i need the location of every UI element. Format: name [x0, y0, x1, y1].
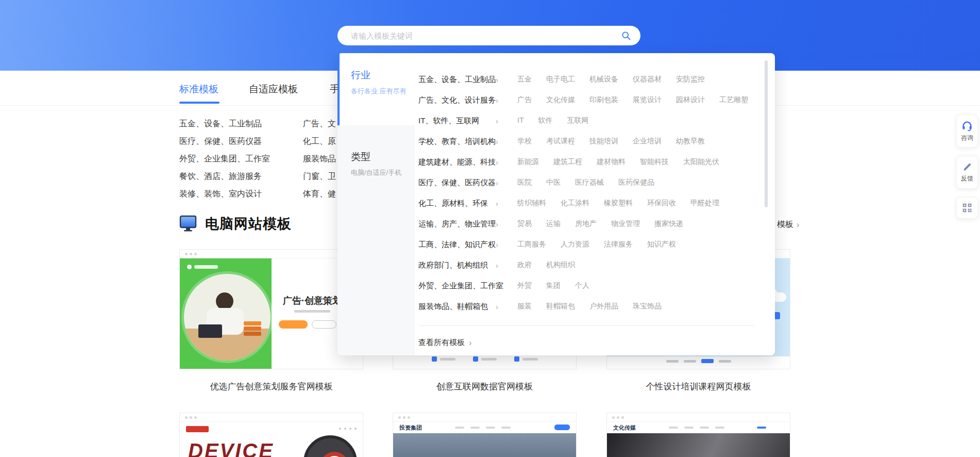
category-link[interactable]: 五金、设备、工业制品: [179, 115, 303, 133]
menu-tag[interactable]: 服装: [517, 302, 532, 311]
menu-tag[interactable]: 新能源: [517, 157, 539, 167]
template-card-investment-group[interactable]: 投资集团: [393, 413, 577, 457]
menu-tag[interactable]: 幼教早教: [676, 137, 705, 146]
menu-tag[interactable]: 集团: [546, 281, 561, 290]
search-input[interactable]: [337, 26, 640, 45]
tab-adaptive-templates[interactable]: 自适应模板: [249, 83, 298, 96]
menu-tag[interactable]: 五金: [517, 75, 532, 84]
menu-tag[interactable]: 物业管理: [611, 219, 640, 228]
menu-tag[interactable]: 机构组织: [546, 260, 575, 270]
qrcode-button[interactable]: [956, 197, 978, 219]
menu-tag[interactable]: 环保回收: [647, 199, 676, 208]
menu-row-label[interactable]: 服装饰品、鞋帽箱包: [418, 302, 496, 312]
menu-tag[interactable]: 广告: [517, 95, 532, 105]
menu-tag[interactable]: 学校: [517, 137, 532, 146]
tab-standard-templates[interactable]: 标准模板: [179, 83, 218, 96]
category-column-1: 五金、设备、工业制品医疗、保健、医药仪器外贸、企业集团、工作室餐饮、酒店、旅游服…: [179, 115, 303, 203]
template-caption[interactable]: 个性设计培训课程网页模板: [606, 381, 790, 393]
menu-tag[interactable]: 工艺雕塑: [719, 95, 748, 105]
template-card-ad-agency[interactable]: 广告·创意策划: [179, 249, 363, 369]
sidebar-item-industry[interactable]: 行业 各行各业 应有尽有: [351, 69, 407, 96]
menu-row-tags: 学校考试课程技能培训企业培训幼教早教: [517, 137, 705, 146]
menu-tag[interactable]: 橡胶塑料: [604, 199, 633, 208]
sidebar-item-type[interactable]: 类型 电脑/自适应/手机: [351, 150, 401, 177]
menu-row-label[interactable]: 学校、教育、培训机构: [418, 137, 496, 146]
menu-tag[interactable]: 贸易: [517, 219, 532, 228]
menu-tag[interactable]: 化工涂料: [561, 199, 589, 208]
menu-tag[interactable]: 医药保健品: [618, 178, 654, 187]
menu-tag[interactable]: 考试课程: [546, 137, 575, 146]
menu-tag[interactable]: 珠宝饰品: [633, 302, 662, 311]
feedback-button[interactable]: 反馈: [956, 156, 978, 189]
menu-tag[interactable]: 建材物料: [597, 157, 626, 167]
menu-row-label[interactable]: 工商、法律、知识产权: [418, 240, 496, 250]
menu-tag[interactable]: 互联网: [567, 116, 588, 125]
menu-row-label[interactable]: 广告、文化、设计服务: [418, 95, 496, 105]
menu-tag[interactable]: 户外用品: [589, 302, 618, 311]
preview-person-head-shape: [216, 292, 233, 310]
menu-tag[interactable]: 医疗器械: [575, 178, 604, 187]
menu-tag[interactable]: 搬家快递: [654, 219, 683, 228]
menu-tag[interactable]: 电子电工: [546, 75, 575, 84]
menu-tag[interactable]: 建筑工程: [553, 157, 582, 167]
view-all-templates-link[interactable]: 查看所有模板 ›: [418, 338, 471, 348]
menu-tag[interactable]: 技能培训: [589, 137, 618, 146]
menu-row-label[interactable]: 化工、原材料、环保: [418, 199, 496, 208]
menu-tag[interactable]: 仪器器材: [633, 75, 662, 84]
mega-menu-scrollbar[interactable]: [765, 60, 768, 207]
menu-row-label[interactable]: 建筑建材、能源、科技: [418, 157, 496, 167]
menu-tag[interactable]: 法律服务: [604, 240, 633, 249]
template-caption[interactable]: 创意互联网数据官网模板: [393, 381, 577, 393]
menu-row-label[interactable]: 五金、设备、工业制品: [418, 75, 496, 85]
chevron-right-icon: ›: [469, 338, 471, 348]
menu-tag[interactable]: 企业培训: [633, 137, 662, 146]
menu-row: 广告、文化、设计服务›广告文化传媒印刷包装展览设计园林设计工艺雕塑: [418, 90, 758, 110]
menu-tag[interactable]: 纺织辅料: [517, 199, 546, 208]
menu-row-label[interactable]: 政府部门、机构组织: [418, 260, 496, 270]
menu-tag[interactable]: 园林设计: [676, 95, 705, 105]
sidebar-item-title: 类型: [351, 150, 401, 164]
menu-tag[interactable]: 安防监控: [676, 75, 705, 84]
template-caption[interactable]: 优选广告创意策划服务官网模板: [179, 381, 363, 393]
menu-tag[interactable]: 个人: [575, 281, 589, 290]
menu-tag[interactable]: 太阳能光伏: [683, 157, 719, 167]
menu-row-label[interactable]: IT、软件、互联网: [418, 116, 496, 126]
menu-tag[interactable]: 运输: [546, 219, 561, 228]
menu-tag[interactable]: 政府: [517, 260, 532, 270]
menu-tag[interactable]: 软件: [538, 116, 552, 125]
template-card-culture-media[interactable]: 文化传媒: [606, 413, 790, 457]
chevron-right-icon: ›: [496, 220, 507, 228]
menu-tag[interactable]: 机械设备: [589, 75, 618, 84]
menu-tag[interactable]: 文化传媒: [546, 95, 575, 105]
menu-row-label[interactable]: 医疗、保健、医药仪器: [418, 178, 496, 188]
category-link[interactable]: 医疗、保健、医药仪器: [179, 133, 303, 150]
search-icon[interactable]: [621, 30, 631, 41]
category-link[interactable]: 餐饮、酒店、旅游服务: [179, 168, 303, 185]
menu-row-label[interactable]: 运输、房产、物业管理: [418, 219, 496, 229]
menu-tag[interactable]: 甲醛处理: [690, 199, 719, 208]
menu-tag[interactable]: 智能科技: [640, 157, 669, 167]
section-head: 电脑网站模板: [179, 215, 292, 233]
menu-tag[interactable]: 医院: [517, 178, 532, 187]
category-link[interactable]: 外贸、企业集团、工作室: [179, 150, 303, 168]
menu-tag[interactable]: 外贸: [517, 281, 532, 290]
menu-tag[interactable]: IT: [517, 116, 523, 125]
browser-chrome-bar: [607, 413, 790, 422]
menu-row-tags: IT软件互联网: [517, 116, 588, 125]
menu-tag[interactable]: 房地产: [575, 219, 597, 228]
menu-tag[interactable]: 知识产权: [647, 240, 676, 249]
consult-button[interactable]: 咨询: [956, 115, 978, 148]
menu-tag[interactable]: 人力资源: [561, 240, 589, 249]
monitor-icon: [179, 215, 199, 233]
menu-tag[interactable]: 中医: [546, 178, 561, 187]
category-link[interactable]: 装修、装饰、室内设计: [179, 185, 303, 203]
menu-tag[interactable]: 印刷包装: [589, 95, 618, 105]
menu-tag[interactable]: 鞋帽箱包: [546, 302, 575, 311]
consult-label: 咨询: [961, 134, 973, 142]
menu-tag[interactable]: 工商服务: [517, 240, 546, 249]
menu-tag[interactable]: 展览设计: [633, 95, 662, 105]
more-templates-link[interactable]: 模板 ›: [777, 219, 799, 230]
template-card-machinery[interactable]: DEVICE: [179, 413, 363, 457]
gear-icon: [303, 435, 357, 457]
menu-row-label[interactable]: 外贸、企业集团、工作室: [418, 281, 496, 291]
